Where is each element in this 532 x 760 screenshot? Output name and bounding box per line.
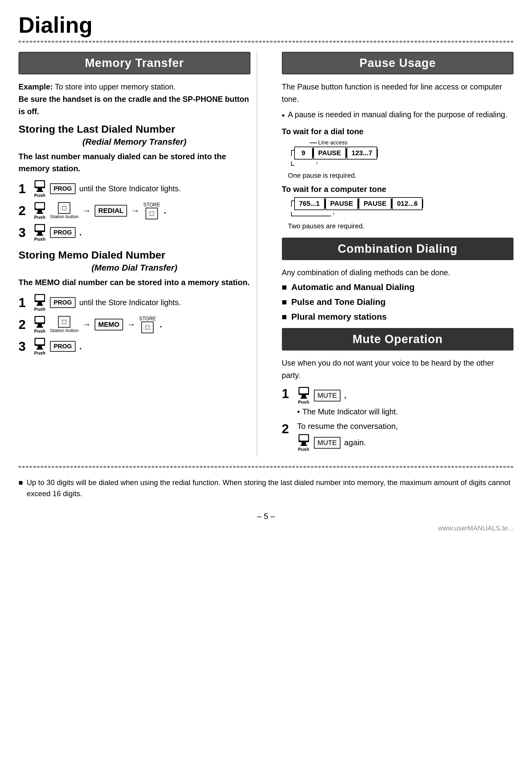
step3-phone-icon: Push [33, 223, 46, 242]
combination-intro: Any combination of dialing methods can b… [282, 266, 514, 279]
mute-btn1[interactable]: MUTE [314, 390, 340, 402]
memo-btn[interactable]: MEMO [95, 319, 123, 330]
svg-rect-9 [35, 225, 44, 230]
memo-step1-text: until the Store Indicator lights. [79, 298, 181, 307]
redial-step3: 3 Push PROG . [19, 223, 250, 242]
left-column: Memory Transfer Example: To store into u… [19, 52, 257, 457]
mute-step1-content: Push MUTE . • The Mute Indicator will li… [297, 386, 398, 416]
memo-step2: 2 Push □ Station button → MEMO → STOR [19, 315, 250, 334]
svg-rect-3 [36, 191, 43, 192]
storing-memo-desc: The MEMO dial number can be stored into … [19, 276, 250, 289]
step1-text: until the Store Indicator lights. [79, 184, 181, 193]
step1-prog-btn[interactable]: PROG [50, 183, 75, 194]
redial-btn-group: REDIAL [95, 205, 127, 216]
store-label-redial: STORE [143, 202, 160, 208]
pause-usage-header: Pause Usage [282, 52, 514, 74]
mute-step2-note: again. [344, 438, 366, 448]
period-mute1: . [344, 391, 347, 401]
svg-rect-31 [300, 445, 307, 446]
store-label-memo: STORE [139, 316, 156, 321]
mute-btn2[interactable]: MUTE [314, 437, 340, 449]
arrow1-memo: → [82, 320, 91, 330]
memo-step2-push: Push [34, 328, 46, 334]
bullet-dot: • [297, 407, 300, 416]
dial-seq-pause1: PAUSE [313, 147, 346, 160]
bottom-note-0-text: Up to 30 digits will be dialed when usin… [19, 477, 513, 499]
dial-tone-arrow-bottom: ↑ [294, 160, 319, 166]
svg-rect-29 [299, 435, 308, 441]
redial-step2: 2 Push □ Station button → REDIAL → ST [19, 202, 250, 220]
memo-prog-btn3[interactable]: PROG [50, 341, 75, 352]
mute-intro: Use when you do not want your voice to b… [282, 357, 514, 381]
pause-bullets: A pause is needed in manual dialing for … [282, 109, 514, 122]
memo-step1-num: 1 [19, 295, 29, 310]
station-box-memo[interactable]: □ [58, 316, 70, 328]
page-title: Dialing [19, 12, 513, 38]
step3-prog-btn[interactable]: PROG [50, 227, 75, 238]
bottom-note-0: Up to 30 digits will be dialed when usin… [19, 477, 513, 499]
memo-step3-phone: Push [33, 337, 46, 356]
computer-tone-sequence-row: 765...1 PAUSE PAUSE 012...6 [291, 197, 514, 210]
mute-step2-num: 2 [282, 421, 293, 436]
storing-memo-title: Storing Memo Dialed Number [19, 249, 250, 261]
step1-push-label: Push [34, 193, 46, 198]
step1-phone-icon: Push [33, 180, 46, 198]
arrow2-redial: → [131, 206, 139, 216]
memo-btn-group: MEMO [95, 319, 123, 330]
memo-step3: 3 Push PROG . [19, 337, 250, 356]
store-btn-redial[interactable]: □ [146, 208, 158, 219]
dial-tone-label: To wait for a dial tone [282, 127, 514, 136]
pause-intro: The Pause button function is needed for … [282, 80, 514, 105]
mute-step2-buttons: Push MUTE again. [297, 434, 398, 452]
mute-step2-push-label: Push [298, 447, 309, 452]
combo-item-1: Pulse and Tone Dialing [282, 297, 514, 307]
dial-tone-sequence-row: 9 PAUSE 123...7 [291, 147, 514, 160]
step2-phone-icon: Push [33, 202, 46, 220]
memo-step3-push: Push [34, 350, 46, 356]
mute-step1-note-text: The Mute Indicator will light. [302, 407, 398, 416]
step1-num: 1 [19, 181, 29, 196]
svg-rect-7 [36, 213, 43, 214]
example-block: Example: To store into upper memory stat… [19, 80, 250, 118]
mute-step1-note: • The Mute Indicator will light. [297, 407, 398, 416]
computer-tone-label: To wait for a computer tone [282, 184, 514, 194]
redial-step1: 1 Push PROG until the Store Indicator li… [19, 180, 250, 198]
mute-step1-phone: Push [297, 386, 310, 404]
mute-step2-text: To resume the conversation, [297, 421, 398, 431]
storing-last-title: Storing the Last Dialed Number [19, 123, 250, 135]
memo-step1: 1 Push PROG until the Store Indicator li… [19, 294, 250, 312]
line-access-label: Line access [310, 139, 348, 146]
page-number: – 5 – [19, 512, 513, 521]
warning-text: Be sure the handset is on the cradle and… [19, 95, 249, 116]
period1: . [164, 206, 166, 216]
svg-rect-23 [36, 348, 43, 350]
pause-bullet-1-text: A pause is needed in manual dialing for … [288, 109, 507, 122]
combo-item-2-text: Plural memory stations [291, 312, 387, 322]
period2: . [79, 228, 82, 238]
combination-dialing-header: Combination Dialing [282, 238, 514, 260]
combo-item-2: Plural memory stations [282, 312, 514, 322]
combo-item-0-text: Automatic and Manual Dialing [291, 282, 415, 292]
mute-step2-content: To resume the conversation, Push MUTE ag… [297, 421, 398, 452]
top-divider [19, 41, 513, 43]
period4: . [79, 342, 82, 352]
combination-list: Automatic and Manual Dialing Pulse and T… [282, 282, 514, 322]
dial-tone-note: One pause is required. [288, 171, 514, 180]
svg-rect-11 [36, 234, 43, 236]
station-btn-redial: □ Station button [50, 202, 79, 219]
pause-bullet-1: A pause is needed in manual dialing for … [282, 109, 514, 122]
memo-prog-btn1[interactable]: PROG [50, 297, 75, 308]
store-box-memo: STORE □ [139, 316, 156, 333]
svg-rect-27 [300, 398, 307, 399]
redial-btn[interactable]: REDIAL [95, 205, 127, 216]
period3: . [160, 320, 162, 330]
station-box-redial[interactable]: □ [58, 202, 70, 214]
step2-push-label: Push [34, 214, 46, 220]
mute-step1-num: 1 [282, 386, 293, 401]
dial-seq-9: 9 [294, 147, 313, 160]
computer-tone-note: Two pauses are required. [288, 222, 514, 230]
store-btn-memo[interactable]: □ [141, 321, 154, 333]
svg-rect-1 [35, 181, 44, 187]
svg-rect-21 [35, 339, 44, 344]
comp-seq-pause2: PAUSE [359, 197, 391, 210]
